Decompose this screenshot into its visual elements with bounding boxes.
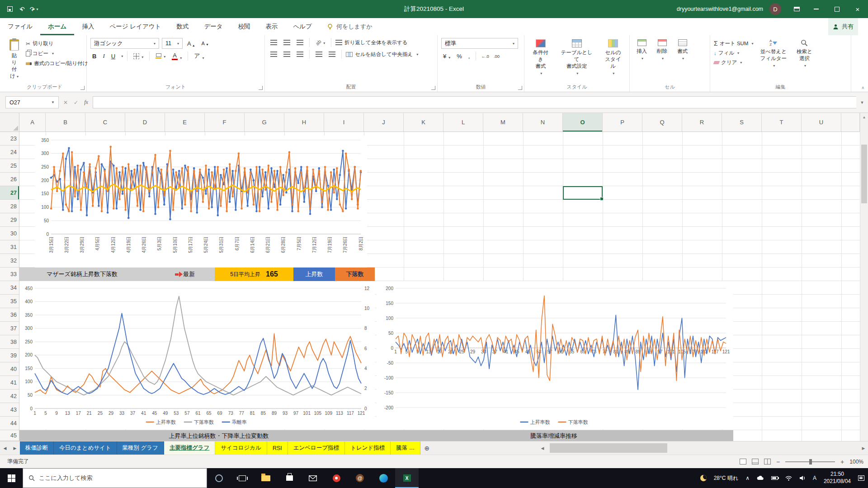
row-header-26[interactable]: 26	[0, 173, 19, 186]
sheet-tab-3[interactable]: 主要指標グラフ	[164, 441, 215, 455]
row-header-38[interactable]: 38	[0, 335, 19, 349]
fill-color-button[interactable]: ▾	[154, 53, 167, 59]
save-icon[interactable]	[7, 6, 13, 12]
paste-button[interactable]: 貼り付け▾	[6, 38, 22, 83]
phonetic-button[interactable]: ア▾	[192, 52, 206, 61]
row-header-40[interactable]: 40	[0, 362, 19, 376]
chart-ratio-deviation[interactable]: 0501001502002503003504004500246810121591…	[19, 281, 375, 429]
excel-taskbar-button[interactable]: X	[395, 468, 419, 488]
row-header-27[interactable]: 27	[0, 186, 19, 200]
column-header-F[interactable]: F	[205, 113, 245, 131]
align-left-button[interactable]	[269, 51, 279, 57]
sheet-tab-5[interactable]: RSI	[267, 441, 288, 455]
sheet-tab-4[interactable]: サイコロジカル	[215, 441, 267, 455]
onedrive-button[interactable]	[753, 468, 768, 488]
autosum-button[interactable]: Σオート SUM▾	[714, 40, 753, 47]
decrease-indent-button[interactable]	[314, 51, 324, 57]
new-sheet-button[interactable]: ⊕	[420, 441, 433, 455]
banner-title-cell[interactable]: マザーズ銘柄上昇数下落数 最新	[19, 267, 215, 281]
cortana-button[interactable]	[207, 468, 231, 488]
enter-icon[interactable]: ✓	[74, 99, 78, 106]
action-center-button[interactable]	[854, 468, 868, 488]
row-header-37[interactable]: 37	[0, 322, 19, 335]
row-header-34[interactable]: 34	[0, 281, 19, 295]
ribbon-tab-5[interactable]: データ	[196, 18, 230, 35]
row-header-23[interactable]: 23	[0, 132, 19, 145]
delete-cells-button[interactable]: 削除▾	[654, 38, 670, 83]
orientation-button[interactable]: ab▾	[314, 39, 327, 46]
wrap-text-button[interactable]: 折り返して全体を表示する	[335, 39, 408, 46]
cancel-icon[interactable]: ✕	[63, 99, 68, 106]
font-name-select[interactable]: 游ゴシック▾	[90, 38, 159, 49]
align-top-button[interactable]	[269, 39, 279, 46]
file-explorer-button[interactable]	[254, 468, 278, 488]
at-app-button[interactable]: @	[348, 468, 372, 488]
row-header-43[interactable]: 43	[0, 403, 19, 417]
ribbon-tab-3[interactable]: ページ レイアウト	[102, 18, 169, 35]
column-header-Q[interactable]: Q	[642, 113, 682, 131]
column-header-M[interactable]: M	[483, 113, 523, 131]
italic-button[interactable]: I	[101, 52, 106, 60]
zoom-slider-thumb[interactable]	[809, 459, 812, 465]
fill-button[interactable]: ↓フィル▾	[714, 50, 753, 56]
copy-button[interactable]: コピー▾	[26, 50, 88, 57]
vertical-scroll-thumb[interactable]	[861, 145, 867, 203]
chart-advance-decline[interactable]: -200-150-100-500501001502001591317212529…	[377, 281, 733, 429]
red-app-button[interactable]	[325, 468, 348, 488]
task-view-button[interactable]	[231, 468, 254, 488]
row-header-31[interactable]: 31	[0, 240, 19, 254]
start-button[interactable]	[0, 468, 23, 488]
weather-text[interactable]: 28°C 晴れ	[710, 468, 742, 488]
row-header-29[interactable]: 29	[0, 213, 19, 227]
clear-button[interactable]: クリア▾	[714, 59, 753, 66]
tray-expand-icon[interactable]: ∧	[742, 468, 753, 488]
insert-function-icon[interactable]: fx	[84, 99, 88, 106]
column-header-O[interactable]: O	[563, 113, 603, 131]
column-header-H[interactable]: H	[284, 113, 324, 131]
expand-formula-bar-icon[interactable]: ▼	[856, 100, 868, 105]
decrease-font-button[interactable]: A▼	[200, 40, 211, 47]
row-header-33[interactable]: 33	[0, 267, 19, 281]
ribbon-display-options-icon[interactable]	[788, 0, 806, 18]
row-header-32[interactable]: 32	[0, 254, 19, 267]
cell-styles-button[interactable]: セルの スタイル▾	[600, 38, 626, 83]
column-header-T[interactable]: T	[762, 113, 802, 131]
battery-button[interactable]	[768, 468, 782, 488]
tab-scroll-right-icon[interactable]: ▶	[10, 441, 20, 455]
undo-button[interactable]: ↶▾	[19, 5, 23, 13]
column-header-R[interactable]: R	[682, 113, 722, 131]
volume-button[interactable]	[796, 468, 809, 488]
number-dialog-launcher[interactable]	[518, 86, 522, 90]
column-header-I[interactable]: I	[324, 113, 364, 131]
ribbon-tab-0[interactable]: ファイル	[0, 18, 40, 35]
format-painter-button[interactable]: 書式のコピー/貼り付け	[26, 60, 88, 67]
column-header-D[interactable]: D	[125, 113, 165, 131]
increase-indent-button[interactable]	[327, 51, 337, 57]
horizontal-scroll-thumb[interactable]	[550, 443, 667, 453]
ribbon-tab-6[interactable]: 校閲	[231, 18, 258, 35]
row-header-42[interactable]: 42	[0, 389, 19, 403]
number-format-select[interactable]: 標準▾	[441, 38, 518, 49]
column-header-L[interactable]: L	[443, 113, 483, 131]
align-bottom-button[interactable]	[295, 39, 305, 46]
insert-cells-button[interactable]: 挿入▾	[633, 38, 650, 83]
redo-button[interactable]: ↷▾	[30, 5, 33, 13]
font-size-select[interactable]: 11▾	[162, 38, 183, 49]
vertical-scrollbar[interactable]: ▲	[860, 113, 868, 441]
row-header-28[interactable]: 28	[0, 200, 19, 213]
page-break-view-icon[interactable]	[764, 459, 771, 465]
format-cells-button[interactable]: 書式▾	[674, 38, 691, 83]
column-header-C[interactable]: C	[85, 113, 125, 131]
normal-view-icon[interactable]	[740, 459, 746, 465]
store-button[interactable]	[278, 468, 301, 488]
percent-format-button[interactable]: %	[455, 52, 464, 60]
column-header-B[interactable]: B	[46, 113, 85, 131]
row-header-41[interactable]: 41	[0, 376, 19, 389]
customize-qat-icon[interactable]: ▾	[37, 7, 38, 11]
name-box[interactable]: O27▼	[5, 96, 59, 108]
align-right-button[interactable]	[295, 51, 305, 57]
network-button[interactable]	[782, 468, 796, 488]
bold-button[interactable]: B	[90, 52, 98, 60]
alignment-dialog-launcher[interactable]	[431, 86, 435, 90]
sheet-tab-8[interactable]: 騰落 …	[391, 441, 420, 455]
